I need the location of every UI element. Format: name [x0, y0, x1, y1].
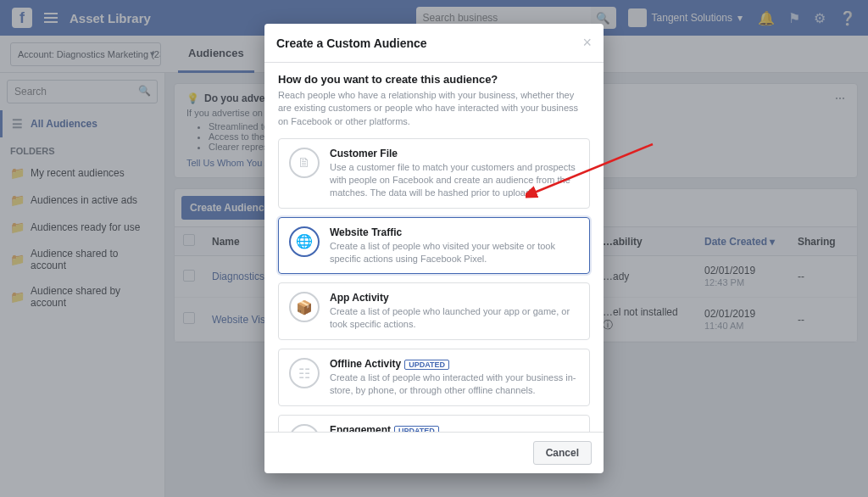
option-website-traffic[interactable]: 🌐 Website Traffic Create a list of peopl… — [278, 217, 590, 275]
option-desc: Create a list of people who interacted w… — [330, 371, 579, 397]
option-title: EngagementUPDATED — [330, 424, 579, 432]
option-desc: Create a list of people who launched you… — [330, 305, 579, 331]
stack-icon: ☷ — [289, 358, 320, 388]
create-custom-audience-modal: Create a Custom Audience × How do you wa… — [264, 24, 604, 473]
option-offline-activity[interactable]: ☷ Offline ActivityUPDATED Create a list … — [278, 349, 590, 406]
updated-badge: UPDATED — [394, 426, 439, 432]
modal-footer: Cancel — [264, 432, 604, 473]
option-app-activity[interactable]: 📦 App Activity Create a list of people w… — [278, 282, 590, 340]
option-desc: Use a customer file to match your custom… — [330, 161, 579, 199]
modal-subtitle: Reach people who have a relationship wit… — [278, 89, 590, 128]
option-title: Website Traffic — [330, 226, 579, 238]
option-engagement[interactable]: 💬 EngagementUPDATED Create a list of peo… — [278, 415, 590, 432]
modal-overlay[interactable]: Create a Custom Audience × How do you wa… — [0, 0, 868, 497]
option-desc: Create a list of people who visited your… — [330, 240, 579, 265]
cancel-button[interactable]: Cancel — [533, 441, 592, 465]
updated-badge: UPDATED — [404, 360, 449, 370]
globe-icon: 🌐 — [289, 226, 320, 257]
option-customer-file[interactable]: 🗎 Customer File Use a customer file to m… — [278, 138, 590, 209]
file-icon: 🗎 — [289, 148, 320, 178]
chat-icon: 💬 — [289, 424, 320, 432]
modal-question: How do you want to create this audience? — [278, 73, 590, 86]
modal-header: Create a Custom Audience × — [264, 24, 604, 63]
option-title: Offline ActivityUPDATED — [330, 358, 579, 370]
close-icon[interactable]: × — [582, 34, 592, 52]
option-title: Customer File — [330, 148, 579, 159]
option-title: App Activity — [330, 292, 579, 304]
cube-icon: 📦 — [289, 292, 320, 322]
modal-body: How do you want to create this audience?… — [264, 63, 604, 432]
modal-title: Create a Custom Audience — [276, 36, 427, 50]
